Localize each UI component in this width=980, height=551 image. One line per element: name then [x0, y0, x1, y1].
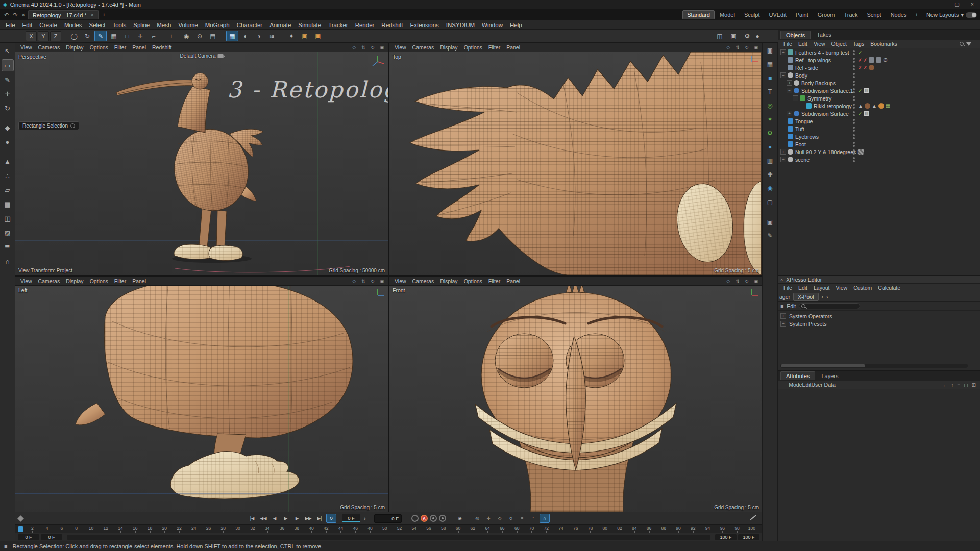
- panel-menu-item[interactable]: Object: [828, 40, 850, 47]
- key-parameter-icon[interactable]: ≡: [517, 514, 527, 523]
- wrench-icon[interactable]: ✚: [764, 169, 776, 180]
- viewport-menu-item[interactable]: Cameras: [35, 44, 63, 51]
- viewport-menu-item[interactable]: Display: [437, 278, 460, 285]
- visibility-dots-icon[interactable]: [852, 103, 855, 109]
- points-mode-icon[interactable]: ∴: [2, 169, 14, 182]
- menu-item[interactable]: Select: [85, 21, 109, 29]
- maximize-view-icon[interactable]: ▣: [752, 278, 760, 285]
- filter-list-icon[interactable]: ≋: [266, 31, 278, 41]
- layout-single-icon[interactable]: ▣: [764, 45, 776, 56]
- tab-attributes[interactable]: Attributes: [780, 371, 815, 380]
- timeline-ruler[interactable]: 2468101214161820222426283032343638404244…: [15, 524, 762, 533]
- volume-cube-icon[interactable]: ▦: [108, 31, 120, 41]
- panel-menu-item[interactable]: Layout: [811, 284, 833, 291]
- redo-icon[interactable]: ↷: [12, 12, 18, 18]
- panel-menu-item[interactable]: User Data: [812, 382, 836, 388]
- expander-icon[interactable]: +: [780, 49, 786, 55]
- sphere-icon[interactable]: ●: [764, 141, 776, 153]
- disabled-cross-icon[interactable]: ✗: [864, 65, 868, 70]
- uv-tag-icon[interactable]: [878, 103, 884, 109]
- camera-icon[interactable]: ▢: [764, 196, 776, 208]
- xpool-tree-item[interactable]: + System Presets: [780, 320, 980, 328]
- maximize-button[interactable]: ▢: [949, 0, 965, 9]
- tree-row[interactable]: + Body Backups: [778, 79, 980, 87]
- next-frame-button[interactable]: ▶: [292, 514, 302, 523]
- search-icon[interactable]: [960, 42, 964, 46]
- undo-icon[interactable]: ↶: [3, 12, 10, 18]
- viewport-menu-item[interactable]: Options: [461, 44, 485, 51]
- xpool-tree-item[interactable]: + System Operators: [780, 312, 980, 320]
- nav-prev-icon[interactable]: ‹: [822, 294, 824, 300]
- panel-menu-item[interactable]: View: [811, 40, 828, 47]
- new-layouts-menu[interactable]: New Layouts ▾: [926, 12, 977, 18]
- render-view-icon[interactable]: ◫: [714, 31, 726, 41]
- texture-thumbnail-tag-icon[interactable]: [858, 149, 864, 155]
- enabled-check-icon[interactable]: ✓: [858, 111, 862, 116]
- polygons-mode-icon[interactable]: ▦: [2, 198, 14, 210]
- expander-icon[interactable]: +: [787, 80, 792, 86]
- prev-frame-button[interactable]: ◀: [270, 514, 280, 523]
- panel-menu-item[interactable]: Edit: [795, 284, 811, 291]
- snap-mode-icon[interactable]: ⊙: [193, 31, 206, 41]
- menu-item[interactable]: Extensions: [407, 21, 443, 29]
- playhead[interactable]: [18, 526, 23, 532]
- add-layout-button[interactable]: +: [913, 12, 920, 18]
- nav-next-icon[interactable]: ›: [826, 294, 828, 300]
- texture-tag-icon[interactable]: [869, 57, 874, 63]
- Nodes[interactable]: Nodes: [887, 11, 911, 19]
- tree-row[interactable]: − Symmetry: [778, 94, 980, 102]
- visibility-dots-icon[interactable]: [852, 134, 855, 140]
- viewport-menu-item[interactable]: Panel: [503, 44, 523, 51]
- visibility-dots-icon[interactable]: [852, 80, 855, 86]
- minimize-button[interactable]: –: [934, 0, 949, 9]
- disabled-cross-icon[interactable]: ✗: [858, 58, 862, 63]
- material-tag-icon[interactable]: [869, 65, 874, 70]
- range-end-field[interactable]: 100 F: [715, 534, 737, 540]
- modeling-cube-icon[interactable]: □: [121, 31, 133, 41]
- camera-view-icon[interactable]: ◇: [350, 44, 358, 51]
- disabled-cross-icon[interactable]: ✗: [864, 58, 868, 63]
- goto-end-button[interactable]: ▶|: [314, 514, 325, 523]
- record-button[interactable]: [411, 515, 419, 522]
- visibility-dots-icon[interactable]: [852, 49, 855, 56]
- viewport-menu-item[interactable]: Display: [63, 44, 86, 51]
- tree-row[interactable]: + Null 90.2 Y & 180degrees H: [778, 148, 980, 156]
- visibility-dots-icon[interactable]: [852, 157, 855, 163]
- tree-row[interactable]: Eyebrows: [778, 133, 980, 140]
- pan-view-icon[interactable]: ⇅: [733, 44, 742, 51]
- Paint[interactable]: Paint: [792, 11, 813, 19]
- texture-mode-icon[interactable]: ▨: [2, 227, 14, 239]
- new-document-button[interactable]: +: [101, 12, 108, 18]
- refresh-view-icon[interactable]: ↻: [743, 278, 751, 285]
- visibility-dots-icon[interactable]: [852, 88, 855, 94]
- tree-row[interactable]: + scene: [778, 156, 980, 163]
- viewport-left[interactable]: ViewCamerasDisplayOptionsFilterPanel ◇⇅↻…: [15, 277, 388, 512]
- range-start-field[interactable]: 0 F: [18, 534, 39, 540]
- visibility-dots-icon[interactable]: [852, 57, 855, 63]
- Groom[interactable]: Groom: [814, 11, 839, 19]
- disabled-cross-icon[interactable]: ✗: [858, 65, 862, 70]
- text-tool-icon[interactable]: T: [764, 86, 776, 97]
- phong-tag-icon[interactable]: ▤: [864, 88, 869, 93]
- keyframe-selection-button[interactable]: [430, 515, 437, 522]
- Standard[interactable]: Standard: [682, 10, 715, 19]
- tree-row[interactable]: − Body: [778, 71, 980, 79]
- camera-view-icon[interactable]: ◇: [724, 44, 732, 51]
- snap-enable-icon[interactable]: ◉: [180, 31, 192, 41]
- menu-item[interactable]: Animate: [266, 21, 295, 29]
- workplane-z-icon[interactable]: ∟: [167, 31, 179, 41]
- visibility-dots-icon[interactable]: [852, 72, 855, 79]
- back-icon[interactable]: ←: [942, 382, 947, 388]
- burger-icon[interactable]: ≡: [780, 303, 783, 309]
- menu-item[interactable]: Volume: [175, 21, 201, 29]
- viewport-menu-item[interactable]: Panel: [129, 44, 149, 51]
- viewport-menu-item[interactable]: Filter: [485, 44, 503, 51]
- model-mode-icon[interactable]: ◫: [2, 212, 14, 224]
- grid-icon[interactable]: ⊞: [972, 382, 976, 388]
- render-picture-viewer-icon[interactable]: ▣: [727, 31, 740, 41]
- keyframe-record-icon[interactable]: ◉: [455, 514, 465, 523]
- dynamics-cube-b-icon[interactable]: ▣: [312, 31, 324, 41]
- viewport-menu-item[interactable]: Panel: [503, 278, 523, 285]
- material-sphere-icon[interactable]: ●: [751, 31, 764, 41]
- brush-icon[interactable]: ●: [2, 136, 14, 148]
